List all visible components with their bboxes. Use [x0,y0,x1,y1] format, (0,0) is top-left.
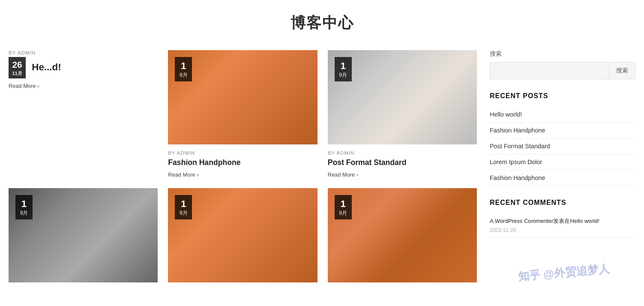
post-title-2: Fashion Handphone [168,158,317,167]
post-card-4: 1 9月 [9,188,158,282]
recent-post-item-1[interactable]: Fashion Handphone [490,123,635,138]
date-badge-2: 1 9月 [175,57,192,81]
read-more-3[interactable]: Read More › [328,171,477,178]
recent-posts-section: RECENT POSTS Hello world! Fashion Handph… [490,92,635,186]
date-badge-5: 1 9月 [175,195,192,219]
recent-comments-section: RECENT COMMENTS A WordPress Commenter发表在… [490,199,635,238]
search-input[interactable] [490,63,609,79]
recent-post-item-4[interactable]: Fashion Handphone [490,170,635,186]
page-title: 博客中心 [0,0,644,50]
post-card-6: 1 9月 [328,188,477,282]
post-meta-2: BY ADMIN [168,144,317,158]
post-title-1: 26 11月 He...d! [9,57,158,78]
main-layout: BY ADMIN 26 11月 He...d! Read More › [0,50,644,282]
post-image-4: 1 9月 [9,188,158,282]
recent-post-item-3[interactable]: Lorem Ipsum Dolor [490,154,635,170]
post-image-5: 1 9月 [168,188,317,282]
read-more-2[interactable]: Read More › [168,171,317,178]
date-badge-6: 1 9月 [335,195,352,219]
recent-posts-title: RECENT POSTS [490,92,635,100]
search-label: 搜索 [490,50,635,58]
date-badge-1: 26 11月 [9,57,26,78]
post-image-6: 1 9月 [328,188,477,282]
recent-post-item-2[interactable]: Post Format Standard [490,138,635,154]
content-area: BY ADMIN 26 11月 He...d! Read More › [9,50,477,282]
post-image-3: 1 9月 [328,50,477,144]
recent-comments-title: RECENT COMMENTS [490,199,635,207]
search-button[interactable]: 搜索 [609,63,635,79]
date-badge-4: 1 9月 [15,195,33,219]
post-card-3: 1 9月 BY ADMIN Post Format Standard Read … [328,50,477,178]
search-section: 搜索 搜索 [490,50,635,79]
read-more-1[interactable]: Read More › [9,83,158,89]
post-title-3: Post Format Standard [328,158,477,167]
post-card-1: BY ADMIN 26 11月 He...d! Read More › [9,50,158,178]
date-badge-3: 1 9月 [335,57,352,81]
posts-grid: BY ADMIN 26 11月 He...d! Read More › [9,50,477,282]
sidebar: 搜索 搜索 RECENT POSTS Hello world! Fashion … [490,50,635,282]
post-image-2: 1 9月 [168,50,317,144]
search-bar: 搜索 [490,62,635,79]
comment-date-0: 2023-11-26 [490,226,635,234]
comment-text-0: A WordPress Commenter发表在Hello world! [490,218,599,224]
post-meta-3: BY ADMIN [328,144,477,158]
comment-item-0: A WordPress Commenter发表在Hello world! 202… [490,213,635,238]
post-meta-1: BY ADMIN [9,50,158,55]
post-card-2: 1 9月 BY ADMIN Fashion Handphone Read Mor… [168,50,317,178]
post-card-5: 1 9月 [168,188,317,282]
recent-post-item-0[interactable]: Hello world! [490,107,635,123]
